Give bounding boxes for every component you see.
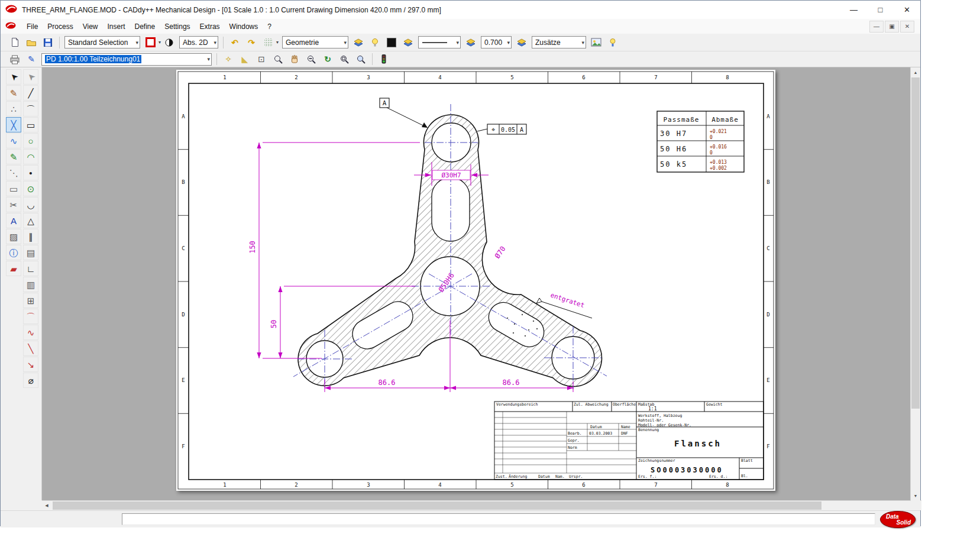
- polygon-tool[interactable]: △: [23, 213, 38, 228]
- text-tool[interactable]: A: [6, 213, 21, 228]
- grid-button[interactable]: [260, 35, 276, 50]
- arc-tool[interactable]: ◠: [23, 149, 38, 164]
- extras-combo[interactable]: Zusätze ▾: [532, 36, 586, 48]
- frame-tool[interactable]: ⊞: [23, 293, 38, 308]
- diagonal-line-tool[interactable]: ╲: [23, 341, 38, 356]
- active-drawing-combo[interactable]: PD 1.00:1.00 Teilzeichnung01 ▾: [41, 53, 212, 66]
- traffic-light-icon[interactable]: [376, 51, 392, 67]
- menu-view[interactable]: View: [78, 21, 103, 33]
- layers-icon[interactable]: [400, 35, 416, 50]
- menu-windows[interactable]: Windows: [225, 21, 263, 33]
- curve-edit-tool[interactable]: ∿: [6, 133, 21, 148]
- menu-settings[interactable]: Settings: [160, 21, 195, 33]
- layers-icon[interactable]: [351, 35, 366, 50]
- vertical-scroll-thumb[interactable]: [911, 77, 920, 409]
- selection-mode-combo[interactable]: Standard Selection ▾: [64, 36, 140, 48]
- new-file-button[interactable]: [7, 35, 22, 50]
- spline-tool[interactable]: ∿: [23, 325, 38, 340]
- svg-text:Bearb.: Bearb.: [568, 431, 581, 436]
- pan-hand-button[interactable]: [287, 51, 302, 67]
- hatch-tool[interactable]: ▨: [6, 229, 21, 244]
- print-button[interactable]: [7, 51, 22, 67]
- close-button[interactable]: ✕: [894, 1, 920, 19]
- svg-text:B: B: [766, 179, 769, 185]
- hatch-edit-tool[interactable]: ╳: [6, 117, 21, 132]
- scroll-up-icon[interactable]: ▲: [911, 67, 920, 77]
- snap-point-tool[interactable]: ⋱: [6, 165, 21, 180]
- mdi-close-button[interactable]: ✕: [900, 21, 914, 33]
- parallel-line-tool[interactable]: ∥: [23, 229, 38, 244]
- horizontal-scroll-thumb[interactable]: [53, 501, 821, 510]
- redo-button[interactable]: ↷: [244, 35, 259, 50]
- spray-points-tool[interactable]: ∴: [6, 101, 21, 116]
- layer-group-combo[interactable]: Geometrie ▾: [282, 36, 348, 48]
- window-select-tool[interactable]: ▭: [6, 181, 21, 196]
- mdi-minimize-button[interactable]: —: [869, 21, 884, 33]
- trim-tool[interactable]: ✂: [6, 197, 21, 212]
- mdi-restore-button[interactable]: ▣: [885, 21, 899, 33]
- current-color-button[interactable]: [143, 35, 158, 50]
- center-snap-icon[interactable]: [161, 35, 177, 50]
- erase-tool[interactable]: ▰: [6, 261, 21, 276]
- coordinate-mode-combo[interactable]: Abs. 2D ▾: [179, 36, 218, 48]
- pen-settings-button[interactable]: ✎: [24, 51, 39, 67]
- pick-box-button[interactable]: ⊡: [254, 51, 269, 67]
- diameter-tool[interactable]: ⌀: [23, 373, 38, 388]
- zoom-area-button[interactable]: [337, 51, 352, 67]
- maximize-button[interactable]: □: [867, 1, 894, 19]
- line-style-combo[interactable]: ▾: [418, 36, 461, 48]
- tangent-arc-tool[interactable]: ◡: [23, 197, 38, 212]
- minimize-button[interactable]: —: [840, 1, 867, 19]
- scroll-down-icon[interactable]: ▼: [911, 491, 920, 500]
- layer-visibility-bulb-icon[interactable]: [367, 35, 383, 50]
- regen-button[interactable]: ↻: [320, 51, 335, 67]
- polyline-tool[interactable]: ⌒: [23, 101, 38, 116]
- edit-pencil-tool[interactable]: ✎: [6, 85, 21, 101]
- info-tool[interactable]: ⓘ: [6, 245, 21, 260]
- menu-help[interactable]: ?: [263, 21, 276, 33]
- menu-extras[interactable]: Extras: [195, 21, 225, 33]
- save-button[interactable]: [40, 35, 56, 50]
- concentric-circle-tool[interactable]: ⊙: [23, 181, 38, 196]
- cylinder-tool[interactable]: ▥: [23, 277, 38, 292]
- grid-dropdown-arrow-icon[interactable]: ▾: [276, 40, 279, 45]
- svg-text:C: C: [182, 245, 185, 251]
- circle-tool[interactable]: ○: [23, 133, 38, 148]
- direct-select-tool[interactable]: ➤: [23, 69, 38, 85]
- layers-icon[interactable]: [463, 35, 478, 50]
- line-width-combo[interactable]: 0.700 ▾: [481, 36, 512, 48]
- leader-tool[interactable]: ↘: [23, 357, 38, 372]
- menu-file[interactable]: File: [22, 21, 43, 33]
- undo-button[interactable]: ↶: [227, 35, 242, 50]
- svg-text:Datum: Datum: [538, 474, 550, 479]
- svg-text:D: D: [766, 312, 769, 318]
- rectangle-tool[interactable]: ▭: [23, 117, 38, 132]
- svg-text:+0.021: +0.021: [710, 129, 727, 134]
- quick-select-button[interactable]: ✧: [221, 51, 236, 67]
- vertical-scrollbar[interactable]: ▲ ▼: [910, 67, 920, 500]
- zoom-window-button[interactable]: [270, 51, 286, 67]
- menu-insert[interactable]: Insert: [103, 21, 130, 33]
- horizontal-scrollbar[interactable]: ◀ ▶: [42, 500, 921, 510]
- render-image-icon[interactable]: [588, 35, 604, 50]
- hatch-area-tool[interactable]: ▤: [23, 245, 38, 260]
- light-settings-icon[interactable]: [605, 35, 620, 50]
- measure-pencil-tool[interactable]: ✎: [6, 149, 21, 164]
- measure-triangle-button[interactable]: ◣: [237, 51, 253, 67]
- point-tool[interactable]: •: [23, 165, 38, 180]
- zoom-fit-button[interactable]: [353, 51, 368, 67]
- select-tool[interactable]: ➤: [6, 69, 21, 85]
- menu-process[interactable]: Process: [43, 21, 77, 33]
- zoom-previous-button[interactable]: [303, 51, 319, 67]
- menu-define[interactable]: Define: [130, 21, 160, 33]
- line-color-swatch[interactable]: [384, 35, 399, 50]
- corner-tool[interactable]: ∟: [23, 261, 38, 276]
- scroll-left-icon[interactable]: ◀: [42, 501, 51, 510]
- open-file-button[interactable]: [24, 35, 39, 50]
- drawing-canvas[interactable]: 12345678 12345678 ABCDEF ABCDEF: [42, 67, 912, 500]
- color-dropdown-arrow-icon[interactable]: ▾: [159, 40, 161, 45]
- layers-icon[interactable]: [514, 35, 529, 50]
- line-tool[interactable]: ╱: [23, 85, 38, 101]
- svg-text:Datum: Datum: [590, 425, 602, 429]
- fillet-tool[interactable]: ⌒: [23, 309, 38, 324]
